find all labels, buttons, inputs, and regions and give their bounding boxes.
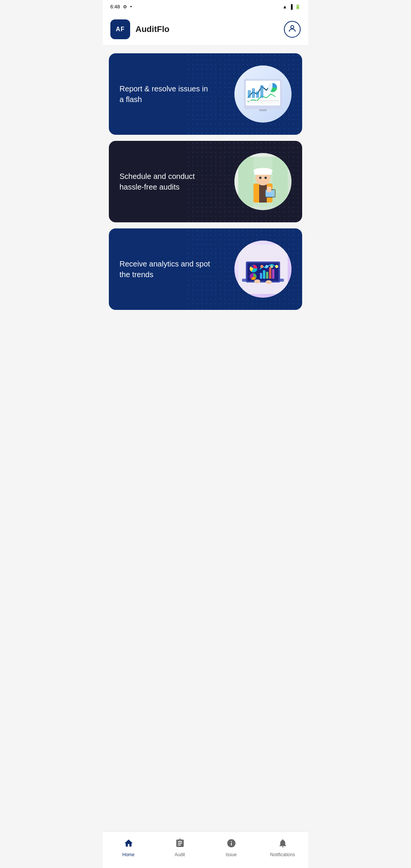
nav-label-issue: Issue: [226, 852, 237, 857]
svg-rect-23: [272, 157, 288, 206]
nav-label-notifications: Notifications: [270, 852, 295, 857]
nav-item-notifications[interactable]: Notifications: [257, 835, 308, 860]
svg-rect-33: [269, 267, 271, 279]
settings-icon: ⚙: [123, 4, 127, 10]
svg-rect-31: [263, 270, 265, 279]
svg-point-38: [275, 265, 278, 268]
svg-rect-8: [247, 101, 279, 101]
battery-icon: 🔋: [295, 4, 301, 10]
dashboard-illustration: [234, 65, 292, 123]
person-icon: [288, 24, 297, 35]
info-circle-icon: [226, 838, 236, 850]
svg-rect-34: [272, 269, 274, 279]
nav-label-audit: Audit: [175, 852, 185, 857]
analytics-illustration: [234, 241, 292, 298]
wifi-icon: ▲: [283, 4, 287, 10]
worker-illustration: [234, 153, 292, 210]
home-icon: [124, 838, 134, 850]
svg-point-18: [264, 177, 267, 179]
status-bar: 6:48 ⚙ • ▲ ▐ 🔋: [103, 0, 308, 13]
svg-rect-21: [267, 187, 271, 192]
svg-point-0: [291, 26, 294, 29]
svg-point-36: [265, 265, 268, 268]
svg-rect-22: [238, 157, 253, 206]
status-time: 6:48: [110, 4, 120, 10]
analytics-card[interactable]: Receive analytics and spot the trends: [109, 228, 302, 310]
svg-rect-10: [259, 109, 267, 111]
audits-card[interactable]: Schedule and conduct hassle-free audits: [109, 141, 302, 222]
issues-card[interactable]: Report & resolve issues in a flash: [109, 53, 302, 135]
svg-rect-3: [248, 90, 251, 98]
dot-indicator: •: [130, 4, 132, 10]
profile-button[interactable]: [284, 21, 301, 38]
nav-item-home[interactable]: Home: [103, 835, 154, 860]
svg-rect-5: [256, 91, 259, 98]
app-title: AuditFlo: [135, 24, 169, 34]
main-content: Report & resolve issues in a flash: [103, 46, 308, 868]
svg-point-35: [260, 265, 263, 268]
issues-card-text: Report & resolve issues in a flash: [119, 83, 214, 105]
bell-icon: [278, 838, 288, 850]
svg-rect-9: [247, 102, 279, 103]
svg-point-37: [270, 265, 273, 268]
nav-item-issue[interactable]: Issue: [206, 835, 257, 860]
svg-point-17: [259, 177, 261, 179]
svg-rect-16: [254, 170, 272, 175]
svg-rect-4: [252, 88, 255, 98]
status-bar-right: ▲ ▐ 🔋: [283, 4, 301, 10]
clipboard-icon: [175, 838, 185, 850]
nav-item-audit[interactable]: Audit: [154, 835, 206, 860]
signal-icon: ▐: [289, 4, 293, 10]
bottom-nav: Home Audit Issue Notifications: [103, 831, 308, 868]
nav-label-home: Home: [122, 852, 134, 857]
app-logo: AF: [110, 19, 130, 39]
svg-rect-6: [260, 85, 263, 98]
header-left: AF AuditFlo: [110, 19, 169, 39]
svg-rect-30: [260, 273, 262, 279]
svg-point-40: [266, 280, 272, 284]
audits-card-text: Schedule and conduct hassle-free audits: [119, 171, 214, 192]
analytics-card-image: [234, 241, 292, 298]
audits-card-image: [234, 153, 292, 210]
app-header: AF AuditFlo: [103, 13, 308, 46]
svg-rect-32: [266, 272, 268, 279]
status-bar-left: 6:48 ⚙ •: [110, 4, 132, 10]
issues-card-image: [234, 65, 292, 123]
svg-point-39: [254, 279, 260, 283]
analytics-card-text: Receive analytics and spot the trends: [119, 258, 214, 280]
